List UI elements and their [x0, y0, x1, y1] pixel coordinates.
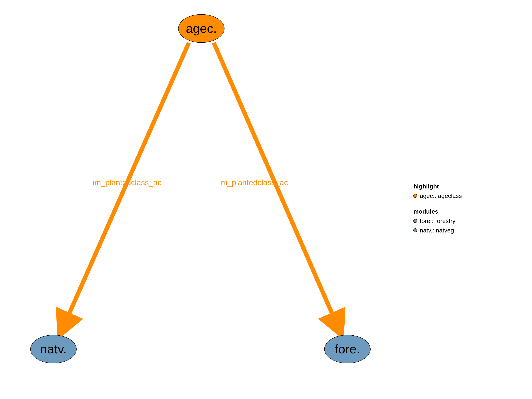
legend-modules-title: modules	[413, 207, 462, 216]
legend-entry-label: agec.: ageclass	[420, 191, 462, 201]
legend-entry-fore: fore.: forestry	[413, 216, 462, 226]
node-fore-label: fore.	[335, 343, 360, 355]
legend: highlight agec.: ageclass modules fore.:…	[413, 182, 462, 235]
node-natv-label: natv.	[40, 343, 67, 355]
legend-spacer	[413, 200, 462, 207]
legend-entry-label: natv.: natveg	[420, 226, 454, 235]
node-agec: agec.	[178, 14, 224, 43]
edge-agec-to-natv	[61, 43, 189, 333]
legend-entry-label: fore.: forestry	[420, 216, 455, 226]
circle-icon	[413, 219, 417, 223]
node-agec-label: agec.	[186, 22, 217, 35]
circle-icon	[413, 194, 417, 198]
edge-label-left: im_plantedclass_ac	[93, 178, 161, 187]
legend-highlight-title: highlight	[413, 182, 462, 191]
node-natv: natv.	[30, 335, 77, 363]
edge-agec-to-fore	[214, 43, 341, 333]
edge-label-right: im_plantedclass_ac	[219, 178, 288, 187]
legend-entry-natv: natv.: natveg	[413, 226, 462, 235]
node-fore: fore.	[324, 335, 371, 363]
legend-entry-agec: agec.: ageclass	[413, 191, 462, 201]
circle-icon	[413, 228, 417, 232]
diagram-canvas: agec. natv. fore. im_plantedclass_ac im_…	[0, 0, 532, 399]
